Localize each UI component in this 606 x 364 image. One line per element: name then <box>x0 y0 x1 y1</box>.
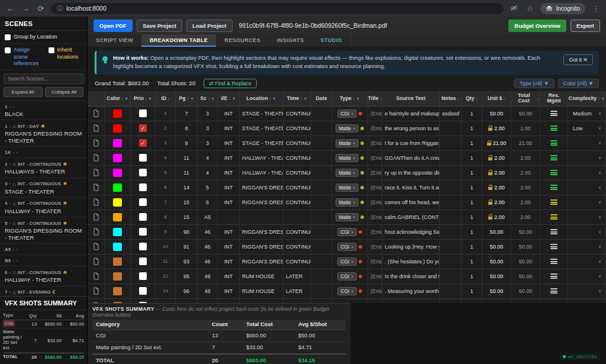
type-dropdown[interactable]: CGI∨ <box>337 257 356 266</box>
sort-icon[interactable]: ↕ <box>269 96 272 101</box>
group-by-location-row[interactable]: Group by Location <box>0 31 87 44</box>
cell-unit-cost[interactable]: 50.00 <box>482 255 511 269</box>
column-header-ID[interactable]: ID↕ <box>156 91 176 106</box>
sort-icon[interactable]: ↕ <box>300 96 302 101</box>
sort-icon[interactable]: ↕ <box>228 96 231 101</box>
cell-title-input[interactable]: (Enter <box>368 166 382 180</box>
filter-icon[interactable]: ▼ <box>125 96 128 101</box>
sort-icon[interactable]: ↕ <box>457 96 459 101</box>
cell-complexity[interactable]: ∨ <box>568 166 606 180</box>
priority-checkbox[interactable] <box>139 272 147 280</box>
cell-title-input[interactable]: (Enter <box>368 107 382 121</box>
cell-complexity[interactable]: ∨ <box>568 240 606 254</box>
column-header-Sc[interactable]: Sc↕▼ <box>198 91 218 106</box>
cell-complexity[interactable]: ∨ <box>568 210 606 224</box>
cell-qty[interactable]: 1 <box>462 121 482 136</box>
tab-resources[interactable]: RESOURCES <box>216 34 269 47</box>
cell-complexity[interactable]: ∨ <box>568 255 606 269</box>
resource-mgmt-icon[interactable] <box>550 258 557 265</box>
export-button[interactable]: Export <box>570 20 600 32</box>
inherit-checkbox[interactable] <box>49 47 54 53</box>
back-icon[interactable]: ← <box>5 4 15 13</box>
document-icon[interactable] <box>93 139 99 147</box>
site-info-icon[interactable]: ⓘ <box>57 4 63 12</box>
resource-mgmt-icon[interactable] <box>550 199 557 206</box>
priority-checkbox[interactable] <box>139 228 147 236</box>
load-project-button[interactable]: Load Project <box>186 20 233 32</box>
cell-title-input[interactable]: (Enter <box>368 240 382 254</box>
document-icon[interactable] <box>93 213 99 221</box>
assign-refs-checkbox[interactable] <box>5 47 11 53</box>
cell-qty[interactable]: 1 <box>462 269 482 284</box>
priority-checkbox[interactable] <box>139 169 147 176</box>
document-icon[interactable] <box>93 183 99 191</box>
cell-notes[interactable] <box>440 269 462 284</box>
column-header-I/E[interactable]: I/E↕▼ <box>218 91 240 106</box>
cell-title-input[interactable]: (Enter <box>368 151 382 165</box>
cell-notes[interactable] <box>440 240 462 254</box>
document-icon[interactable] <box>93 228 99 236</box>
collapse-all-button[interactable]: Collapse All <box>45 87 84 97</box>
resource-mgmt-icon[interactable] <box>550 140 557 147</box>
cell-complexity[interactable]: ∨ <box>568 299 606 303</box>
sort-icon[interactable]: ↕ <box>380 96 382 101</box>
cell-qty[interactable]: 1 <box>462 210 482 224</box>
cell-title-input[interactable]: (Enter <box>368 136 382 150</box>
priority-checkbox[interactable] <box>139 154 147 162</box>
column-header-Title[interactable]: Title↕ <box>368 91 382 106</box>
cell-notes[interactable] <box>440 284 462 298</box>
filter-icon[interactable]: ▼ <box>211 96 214 101</box>
cell-notes[interactable] <box>440 121 462 136</box>
color-swatch[interactable] <box>113 257 122 266</box>
cell-title-input[interactable]: (Enter <box>368 121 382 136</box>
menu-kebab-icon[interactable]: ⋮ <box>591 4 601 13</box>
filter-icon[interactable]: ▼ <box>149 96 152 101</box>
find-replace-button[interactable]: ⇄ Find & Replace <box>204 79 257 88</box>
sort-icon[interactable]: ↕ <box>353 96 355 101</box>
column-header-Complexity[interactable]: Complexity↕▼ <box>568 91 606 106</box>
filter-icon[interactable]: ▼ <box>232 96 236 101</box>
forward-icon[interactable]: → <box>20 4 31 13</box>
cell-qty[interactable]: 1 <box>462 255 482 269</box>
cell-unit-cost[interactable]: 2.00 <box>482 195 511 210</box>
scene-list-item[interactable]: 7 · ⌂ INT - EVENING ☾ STAGE - THEATER <box>0 286 87 297</box>
priority-checkbox[interactable] <box>139 287 147 295</box>
document-icon[interactable] <box>93 154 99 162</box>
type-dropdown[interactable]: Matte∨ <box>336 183 358 192</box>
scene-list-item[interactable]: 3 · ⌂ INT - CONTINUOUS ☀ STAGE - THEATER <box>0 178 87 198</box>
document-icon[interactable] <box>93 109 99 117</box>
priority-checkbox[interactable]: ✓ <box>139 139 147 147</box>
column-header-Location[interactable]: Location↕▼ <box>240 91 283 106</box>
scene-list-item[interactable]: 6 · ⌂ INT - CONTINUOUS ☀ HALLWAY - THEAT… <box>0 266 87 286</box>
cell-title-input[interactable]: (Enter <box>368 269 382 284</box>
cell-title-input[interactable]: (Enter <box>368 181 382 195</box>
cell-qty[interactable]: 1 <box>462 181 482 195</box>
cell-qty[interactable] <box>462 299 482 303</box>
scene-list-item[interactable]: 5 · ⌂ INT - CONTINUOUS ☀ RIGGAN'S DRESSI… <box>0 217 87 244</box>
resource-mgmt-icon[interactable] <box>550 154 557 162</box>
cell-complexity[interactable]: ∨ <box>568 181 606 195</box>
cell-complexity[interactable]: Low∨ <box>568 121 606 136</box>
sort-icon[interactable]: ↕ <box>145 96 147 101</box>
cell-complexity[interactable]: ∨ <box>568 225 606 239</box>
color-swatch[interactable] <box>113 109 122 118</box>
cell-title-input[interactable]: (Enter <box>368 210 382 224</box>
address-bar[interactable]: ⓘ localhost:8000 <box>51 3 504 14</box>
cell-notes[interactable] <box>440 299 462 303</box>
cell-complexity[interactable]: ∨ <box>568 284 606 298</box>
resource-mgmt-icon[interactable] <box>550 288 557 295</box>
cell-title-input[interactable]: (Enter <box>368 225 382 239</box>
column-header-Pg[interactable]: Pg↕▼ <box>176 91 198 106</box>
save-project-button[interactable]: Save Project <box>137 20 182 32</box>
dismiss-banner-button[interactable]: Got it ✕ <box>563 54 593 65</box>
priority-checkbox[interactable] <box>139 213 147 221</box>
filter-icon[interactable]: ▼ <box>601 96 605 101</box>
document-icon[interactable] <box>93 287 99 295</box>
reload-icon[interactable]: ⟳ <box>36 4 46 13</box>
cell-unit-cost[interactable]: 50.00 <box>482 225 511 239</box>
sort-icon[interactable]: ↕ <box>537 96 540 101</box>
color-swatch[interactable] <box>113 124 122 133</box>
column-header-Time[interactable]: Time↕▼ <box>283 91 311 106</box>
sort-icon[interactable]: ↕ <box>208 96 210 101</box>
bookmark-star-icon[interactable]: ☆ <box>524 4 535 13</box>
